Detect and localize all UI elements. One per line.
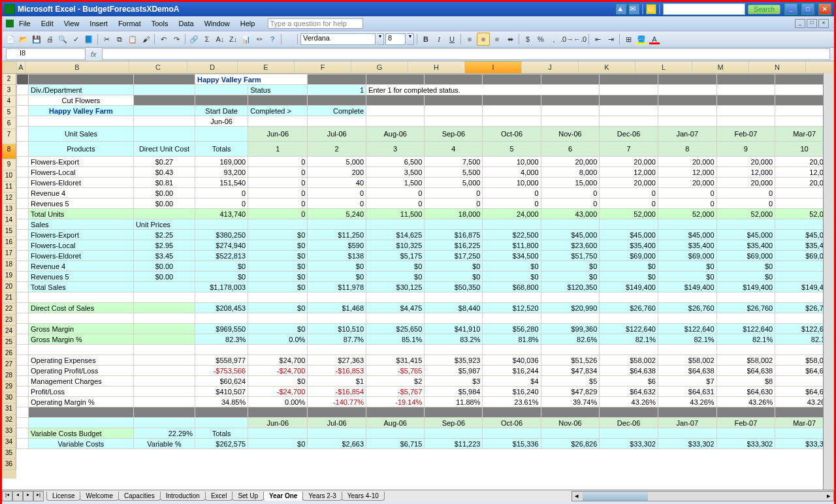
font-color-icon[interactable]: A <box>649 33 660 45</box>
decrease-decimal-icon[interactable]: ←.0 <box>574 33 586 45</box>
chart-icon[interactable]: 📊 <box>240 33 252 45</box>
row-header-13[interactable]: 13 <box>2 204 16 215</box>
row-header-34[interactable]: 34 <box>2 437 16 448</box>
row-header-35[interactable]: 35 <box>2 448 16 459</box>
buddy-icon[interactable]: ☺ <box>646 4 656 14</box>
col-header-K[interactable]: K <box>579 61 635 73</box>
menu-view[interactable]: View <box>59 18 85 29</box>
menu-insert[interactable]: Insert <box>84 18 113 29</box>
merge-icon[interactable]: ⬌ <box>504 33 516 45</box>
row-header-18[interactable]: 18 <box>2 259 16 270</box>
menu-help[interactable]: Help <box>235 18 261 29</box>
redo-icon[interactable]: ↷ <box>170 33 182 45</box>
sheet-tab-years-4-10[interactable]: Years 4-10 <box>342 492 385 501</box>
col-header-I[interactable]: I <box>465 61 522 73</box>
underline-icon[interactable]: U <box>446 33 458 45</box>
search-button[interactable]: Search <box>748 5 780 14</box>
copy-icon[interactable]: ⧉ <box>114 33 125 45</box>
fx-label[interactable]: fx <box>91 50 97 58</box>
col-header-J[interactable]: J <box>522 61 579 73</box>
row-header-19[interactable]: 19 <box>2 270 16 281</box>
bold-icon[interactable]: B <box>420 33 432 45</box>
row-headers[interactable]: 2345678910111213141516171819202122232425… <box>2 74 16 479</box>
save-icon[interactable]: 💾 <box>31 33 42 45</box>
col-header-N[interactable]: N <box>749 61 806 73</box>
row-header-11[interactable]: 11 <box>2 181 16 193</box>
hscroll-thumb[interactable] <box>583 492 648 501</box>
increase-decimal-icon[interactable]: .0→ <box>561 33 573 45</box>
mdi-close-button[interactable]: × <box>818 19 829 28</box>
row-header-31[interactable]: 31 <box>2 403 16 415</box>
menu-format[interactable]: Format <box>113 18 146 29</box>
paste-icon[interactable]: 📋 <box>127 33 138 45</box>
col-header-F[interactable]: F <box>295 61 351 73</box>
row-header-8[interactable]: 8 <box>2 144 16 159</box>
tab-first-icon[interactable]: |◂ <box>2 491 12 501</box>
row-header-14[interactable]: 14 <box>2 215 16 226</box>
font-name-dropdown-icon[interactable]: ▼ <box>377 33 384 45</box>
menu-edit[interactable]: Edit <box>36 18 59 29</box>
minimize-button[interactable]: _ <box>784 3 797 15</box>
row-header-16[interactable]: 16 <box>2 237 16 248</box>
open-icon[interactable]: 📂 <box>18 33 29 45</box>
row-header-6[interactable]: 6 <box>2 118 16 129</box>
maximize-button[interactable]: □ <box>801 3 814 15</box>
research-icon[interactable]: 📘 <box>83 33 95 45</box>
col-header-L[interactable]: L <box>635 61 692 73</box>
menu-file[interactable]: File <box>14 18 36 29</box>
menu-window[interactable]: Window <box>199 18 235 29</box>
print-preview-icon[interactable]: 🔍 <box>57 33 69 45</box>
percent-icon[interactable]: % <box>535 33 547 45</box>
font-size-combo[interactable]: 8 <box>385 33 406 45</box>
formula-input[interactable] <box>102 48 830 60</box>
print-icon[interactable]: 🖨 <box>44 33 56 45</box>
new-icon[interactable]: 📄 <box>5 33 16 45</box>
sheet-tab-introduction[interactable]: Introduction <box>160 492 206 501</box>
autosum-icon[interactable]: Σ <box>201 33 213 45</box>
col-header-M[interactable]: M <box>692 61 749 73</box>
tab-prev-icon[interactable]: ◂ <box>12 491 23 501</box>
row-header-3[interactable]: 3 <box>2 85 16 96</box>
sheet-tab-excel[interactable]: Excel <box>205 492 233 501</box>
hscroll-left-icon[interactable]: ◂ <box>572 492 581 501</box>
row-header-25[interactable]: 25 <box>2 337 16 348</box>
live-search-input[interactable] <box>663 3 745 15</box>
row-header-9[interactable]: 9 <box>2 159 16 170</box>
sheet-tab-year-one[interactable]: Year One <box>263 492 303 501</box>
decrease-indent-icon[interactable]: ⇤ <box>592 33 603 45</box>
drawing-icon[interactable]: ✏ <box>253 33 265 45</box>
row-header-12[interactable]: 12 <box>2 193 16 204</box>
row-header-26[interactable]: 26 <box>2 348 16 359</box>
row-header-2[interactable]: 2 <box>2 74 16 85</box>
close-button[interactable]: ✕ <box>818 3 831 15</box>
row-header-32[interactable]: 32 <box>2 415 16 426</box>
select-all-corner[interactable] <box>2 61 17 73</box>
col-header-D[interactable]: D <box>187 61 238 73</box>
col-header-H[interactable]: H <box>408 61 465 73</box>
col-header-E[interactable]: E <box>238 61 295 73</box>
align-center-icon[interactable]: ≡ <box>477 33 490 46</box>
vertical-scrollbar[interactable] <box>823 73 834 490</box>
row-header-29[interactable]: 29 <box>2 381 16 392</box>
mdi-minimize-button[interactable]: _ <box>795 19 805 28</box>
col-header-G[interactable]: G <box>351 61 408 73</box>
align-right-icon[interactable]: ≡ <box>491 33 503 45</box>
comma-icon[interactable]: , <box>548 33 560 45</box>
tab-last-icon[interactable]: ▸| <box>33 491 44 501</box>
name-box[interactable]: I8 <box>6 48 86 60</box>
row-header-36[interactable]: 36 <box>2 459 16 470</box>
row-header-21[interactable]: 21 <box>2 292 16 304</box>
cut-icon[interactable]: ✂ <box>101 33 112 45</box>
row-header-7[interactable]: 7 <box>2 129 16 144</box>
col-header-B[interactable]: B <box>25 61 129 73</box>
format-painter-icon[interactable]: 🖌 <box>140 33 152 45</box>
align-left-icon[interactable]: ≡ <box>464 33 475 45</box>
row-header-28[interactable]: 28 <box>2 370 16 381</box>
menu-tools[interactable]: Tools <box>146 18 174 29</box>
mail-icon[interactable]: ✉ <box>629 4 639 14</box>
col-header-A[interactable]: A <box>17 61 25 73</box>
italic-icon[interactable]: I <box>433 33 445 45</box>
increase-indent-icon[interactable]: ⇥ <box>605 33 617 45</box>
help-icon[interactable]: ? <box>266 33 278 45</box>
hyperlink-icon[interactable]: 🔗 <box>188 33 200 45</box>
